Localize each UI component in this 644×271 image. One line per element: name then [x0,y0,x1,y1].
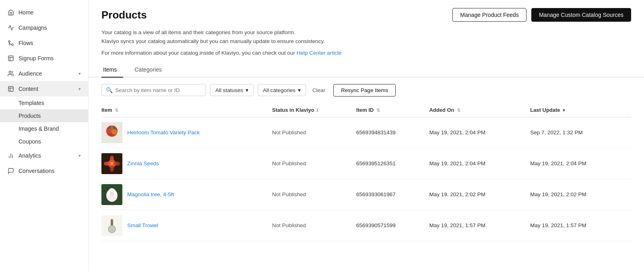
cell-status-3: Not Published [272,210,356,241]
item-name-link-0[interactable]: Heirloom Tomato Variety Pack [127,129,200,136]
sidebar-subitem-templates-label: Templates [19,100,44,106]
status-filter-chevron-icon: ▾ [246,87,248,93]
cell-item-0: Heirloom Tomato Variety Pack [101,117,272,148]
page-description: Your catalog is a view of all items and … [89,28,644,62]
sidebar-item-signup-forms[interactable]: Signup Forms [0,51,88,66]
analytics-chevron-icon: ▾ [78,153,81,158]
col-item-id-sort-icon[interactable]: ⇅ [376,108,380,113]
col-last-update: Last Update ▾ [530,103,631,117]
cell-added-on-2: May 19, 2021, 2:02 PM [429,179,530,210]
table-row: Small Trowel Not Published 6569390571599… [101,210,631,241]
item-name-link-2[interactable]: Magnolia tree, 4-5ft [127,191,174,197]
cell-item-1: Zinnia Seeds [101,148,272,179]
cell-added-on-3: May 19, 2021, 1:57 PM [429,210,530,241]
sidebar-item-home[interactable]: Home [0,5,88,20]
cell-status-1: Not Published [272,148,356,179]
search-icon: 🔍 [106,87,113,93]
sidebar-item-analytics[interactable]: Analytics ▾ [0,148,88,163]
sidebar-item-content[interactable]: Content ▾ [0,81,88,96]
categories-filter-label: All categories [263,87,295,93]
col-added-on-sort-icon[interactable]: ⇅ [457,108,460,113]
svg-point-16 [110,156,114,162]
col-item-sort-icon[interactable]: ⇅ [115,108,118,113]
sidebar-subitem-images-brand[interactable]: Images & Brand [0,122,88,135]
cell-last-update-1: May 19, 2021, 2:04 PM [530,148,631,179]
sidebar-subitem-coupons[interactable]: Coupons [0,135,88,148]
cell-item-3: Small Trowel [101,210,272,241]
svg-point-12 [111,129,117,135]
home-icon [7,9,14,16]
svg-point-17 [110,165,114,172]
signup-forms-icon [7,55,14,62]
products-table-wrap: Item ⇅ Status in Klaviyo ℹ Item ID ⇅ Add… [89,103,644,271]
table-row: Magnolia tree, 4-5ft Not Published 65693… [101,179,631,210]
tab-categories[interactable]: Categories [133,62,168,78]
categories-filter-chevron-icon: ▾ [298,87,301,93]
search-box: 🔍 [101,84,206,96]
search-input[interactable] [115,87,196,93]
svg-point-24 [110,191,114,195]
col-added-on: Added On ⇅ [429,103,530,117]
col-status-info-icon[interactable]: ℹ [316,108,318,113]
cell-item-id-2: 6569393061967 [356,179,429,210]
col-last-update-sort-icon[interactable]: ▾ [563,108,565,113]
manage-product-feeds-button[interactable]: Manage Product Feeds [452,8,526,22]
svg-point-19 [114,162,120,166]
sidebar-subitem-products[interactable]: Products [0,109,88,122]
sidebar-item-conversations[interactable]: Conversations [0,163,88,179]
svg-point-28 [109,226,115,232]
table-header-row: Item ⇅ Status in Klaviyo ℹ Item ID ⇅ Add… [101,103,631,117]
item-thumbnail-2 [101,184,122,205]
col-status: Status in Klaviyo ℹ [272,103,356,117]
sidebar-item-audience-label: Audience [19,70,42,77]
col-item: Item ⇅ [101,103,272,117]
analytics-icon [7,152,14,159]
item-name-link-3[interactable]: Small Trowel [127,222,158,228]
cell-added-on-0: May 19, 2021, 2:04 PM [429,117,530,148]
sidebar-subitem-images-brand-label: Images & Brand [19,125,59,132]
status-filter-dropdown[interactable]: All statuses ▾ [210,84,254,96]
audience-icon [7,70,14,77]
header-actions: Manage Product Feeds Manage Custom Catal… [452,8,631,22]
cell-item-id-1: 6569395126351 [356,148,429,179]
sidebar-item-content-label: Content [19,86,38,92]
sidebar-subitem-templates[interactable]: Templates [0,96,88,109]
sidebar-item-conversations-label: Conversations [19,168,55,174]
cell-added-on-1: May 19, 2021, 2:04 PM [429,148,530,179]
cell-last-update-3: May 19, 2021, 1:57 PM [530,210,631,241]
cell-last-update-0: Sep 7, 2022, 1:32 PM [530,117,631,148]
description-line1: Your catalog is a view of all items and … [101,29,295,35]
categories-filter-dropdown[interactable]: All categories ▾ [258,84,306,96]
page-header: Products Manage Product Feeds Manage Cus… [89,0,644,28]
svg-rect-2 [8,56,13,61]
sidebar-item-analytics-label: Analytics [19,152,41,159]
tabs: Items Categories [89,62,644,78]
svg-point-3 [9,71,11,73]
description-line2: Klaviyo syncs your catalog automatically… [101,38,325,44]
flows-icon [7,39,14,47]
tab-items[interactable]: Items [101,62,123,78]
products-table: Item ⇅ Status in Klaviyo ℹ Item ID ⇅ Add… [101,103,631,241]
toolbar: 🔍 All statuses ▾ All categories ▾ Clear … [89,78,644,103]
cell-item-id-0: 6569394831439 [356,117,429,148]
status-filter-label: All statuses [215,87,243,93]
sidebar-item-campaigns[interactable]: Campaigns [0,20,88,35]
manage-custom-catalog-button[interactable]: Manage Custom Catalog Sources [531,8,631,22]
page-title: Products [101,9,147,21]
cell-status-2: Not Published [272,179,356,210]
content-icon [7,85,14,92]
svg-rect-4 [8,86,13,91]
resync-button[interactable]: Resync Page Items [333,84,396,96]
sidebar-item-flows[interactable]: Flows [0,35,88,51]
cell-item-2: Magnolia tree, 4-5ft [101,179,272,210]
svg-point-18 [104,162,110,166]
table-row: Heirloom Tomato Variety Pack Not Publish… [101,117,631,148]
sidebar-item-home-label: Home [19,9,33,16]
item-name-link-1[interactable]: Zinnia Seeds [127,160,159,166]
clear-filters-button[interactable]: Clear [310,86,328,95]
cell-last-update-2: May 19, 2021, 2:02 PM [530,179,631,210]
sidebar-item-audience[interactable]: Audience ▾ [0,66,88,81]
col-item-id: Item ID ⇅ [356,103,429,117]
help-center-link[interactable]: Help Center article [297,50,342,56]
campaigns-icon [7,24,14,31]
